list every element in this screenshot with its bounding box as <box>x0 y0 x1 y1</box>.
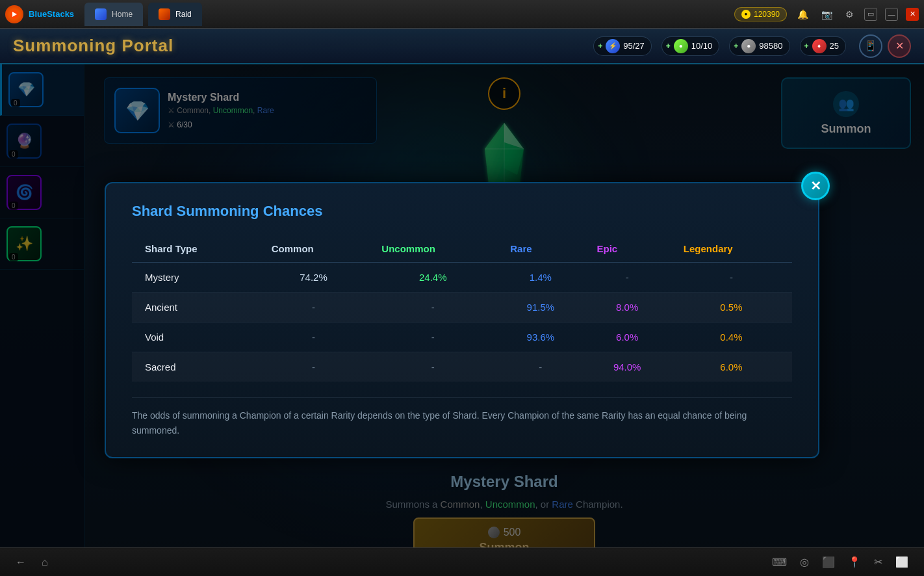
special-resource: + ♦ 25 <box>800 36 846 56</box>
silver-icon: ● <box>741 39 756 53</box>
cell-uncommon-1: - <box>368 293 497 322</box>
col-header-epic: Epic <box>584 235 671 263</box>
tab-raid-label: Raid <box>175 10 192 19</box>
modal-title: Shard Summoning Chances <box>132 203 792 220</box>
special-icon: ♦ <box>812 39 827 53</box>
special-value: 25 <box>830 41 839 51</box>
cell-shard-2: Void <box>132 322 259 352</box>
cell-common-2: - <box>259 322 369 352</box>
cell-common-3: - <box>259 352 369 382</box>
modal-box: ✕ Shard Summoning Chances Shard Type Com… <box>105 182 819 458</box>
gem-resource: + ● 10/10 <box>661 36 720 56</box>
col-header-shard: Shard Type <box>132 235 259 263</box>
col-header-uncommon: Uncommon <box>368 235 497 263</box>
cell-legendary-2: 0.4% <box>671 322 792 352</box>
gem-value: 10/10 <box>691 41 713 51</box>
modal-footer: The odds of summoning a Champion of a ce… <box>132 397 792 438</box>
coin-display: ● 120390 <box>734 7 787 21</box>
settings-icon[interactable]: ⚙ <box>843 8 856 21</box>
window-close-button[interactable]: ✕ <box>906 8 919 21</box>
fullscreen-icon[interactable]: ⬛ <box>819 553 838 571</box>
table-row: Mystery 74.2% 24.4% 1.4% - - <box>132 263 792 293</box>
col-header-legendary: Legendary <box>671 235 792 263</box>
coin-value: 120390 <box>754 10 780 19</box>
cell-shard-0: Mystery <box>132 263 259 293</box>
keyboard-icon[interactable]: ⌨ <box>769 553 789 571</box>
cell-epic-0: - <box>584 263 671 293</box>
cell-epic-2: 6.0% <box>584 322 671 352</box>
title-bar: BlueStacks Home Raid ● 120390 🔔 📷 ⚙ ▭ — … <box>0 0 924 29</box>
gem-icon: ● <box>674 39 688 53</box>
silver-resource: + ● 98580 <box>729 36 789 56</box>
location-icon[interactable]: 📍 <box>845 553 864 571</box>
tab-home[interactable]: Home <box>84 3 143 26</box>
cell-shard-3: Sacred <box>132 352 259 382</box>
raid-tab-icon <box>159 8 170 20</box>
cell-epic-3: 94.0% <box>584 352 671 382</box>
bluestacks-logo <box>5 5 23 23</box>
home-button[interactable]: ⌂ <box>39 554 51 571</box>
cell-uncommon-0: 24.4% <box>368 263 497 293</box>
table-row: Ancient - - 91.5% 8.0% 0.5% <box>132 293 792 322</box>
cell-uncommon-2: - <box>368 322 497 352</box>
cell-legendary-3: 6.0% <box>671 352 792 382</box>
cell-rare-3: - <box>497 352 584 382</box>
tab-raid[interactable]: Raid <box>148 3 202 26</box>
cell-rare-0: 1.4% <box>497 263 584 293</box>
cell-legendary-1: 0.5% <box>671 293 792 322</box>
cell-uncommon-3: - <box>368 352 497 382</box>
modal-close-button[interactable]: ✕ <box>801 172 830 200</box>
coin-icon: ● <box>741 10 751 19</box>
taskbar: ← ⌂ ⌨ ◎ ⬛ 📍 ✂ ⬜ <box>0 547 924 576</box>
resource-bar: + ⚡ 95/27 + ● 10/10 + ● 98580 + ♦ 25 <box>593 36 846 56</box>
restore-button[interactable]: ▭ <box>864 8 877 21</box>
col-header-rare: Rare <box>497 235 584 263</box>
table-row: Sacred - - - 94.0% 6.0% <box>132 352 792 382</box>
header-buttons: 📱 ✕ <box>859 34 911 58</box>
chances-table: Shard Type Common Uncommon Rare Epic Leg… <box>132 235 792 382</box>
cell-common-1: - <box>259 293 369 322</box>
camera-icon[interactable]: 📷 <box>819 8 835 21</box>
cell-shard-1: Ancient <box>132 293 259 322</box>
tab-home-label: Home <box>112 10 133 19</box>
cell-epic-1: 8.0% <box>584 293 671 322</box>
back-button[interactable]: ← <box>13 554 29 571</box>
modal-overlay: ✕ Shard Summoning Chances Shard Type Com… <box>0 64 924 576</box>
minimize-button[interactable]: — <box>885 8 898 21</box>
notification-icon[interactable]: 🔔 <box>795 8 811 21</box>
cell-rare-2: 93.6% <box>497 322 584 352</box>
brand-name: BlueStacks <box>29 9 74 19</box>
energy-value: 95/27 <box>623 41 645 51</box>
square-icon[interactable]: ⬜ <box>893 553 911 571</box>
phone-icon[interactable]: 📱 <box>859 34 882 58</box>
energy-icon: ⚡ <box>606 39 620 53</box>
cell-rare-1: 91.5% <box>497 293 584 322</box>
scissor-icon[interactable]: ✂ <box>871 553 885 571</box>
cell-legendary-0: - <box>671 263 792 293</box>
silver-value: 98580 <box>759 41 782 51</box>
game-header: Summoning Portal + ⚡ 95/27 + ● 10/10 + ●… <box>0 29 924 64</box>
cell-common-0: 74.2% <box>259 263 369 293</box>
col-header-common: Common <box>259 235 369 263</box>
close-portal-button[interactable]: ✕ <box>888 34 911 58</box>
portal-title: Summoning Portal <box>13 36 173 56</box>
energy-resource: + ⚡ 95/27 <box>593 36 652 56</box>
home-tab-icon <box>95 8 107 20</box>
title-bar-controls: ● 120390 🔔 📷 ⚙ ▭ — ✕ <box>734 7 919 21</box>
game-area: Summoning Portal + ⚡ 95/27 + ● 10/10 + ●… <box>0 29 924 576</box>
table-row: Void - - 93.6% 6.0% 0.4% <box>132 322 792 352</box>
circle-icon[interactable]: ◎ <box>797 553 812 571</box>
